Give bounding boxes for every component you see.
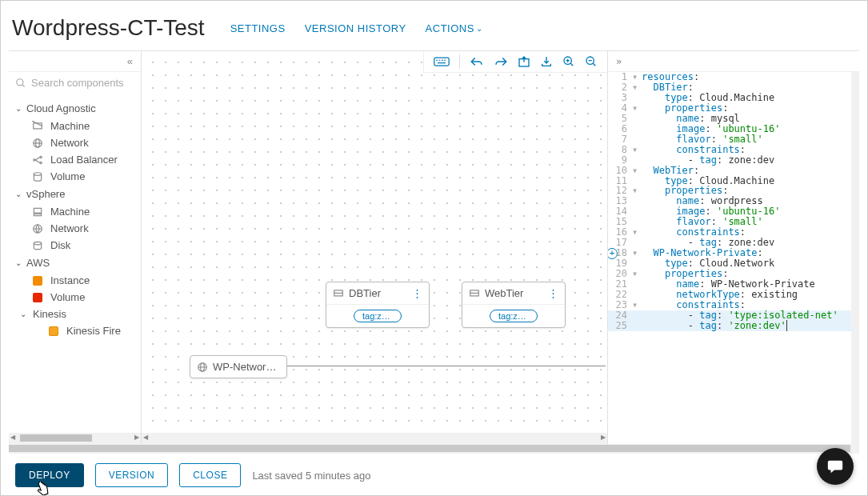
svg-rect-11: [34, 208, 41, 213]
code-line[interactable]: 25 - tag: 'zone:dev': [608, 321, 859, 331]
redo-icon[interactable]: [494, 55, 508, 68]
main-area: « ⌄Cloud AgnosticMachineNetworkLoad Bala…: [9, 50, 859, 444]
actions-menu[interactable]: ACTIONS ⌄: [426, 22, 483, 34]
sidebar-collapse-button[interactable]: «: [9, 51, 141, 72]
tree-item-disk[interactable]: Disk: [9, 237, 141, 254]
tree-item-load-balancer[interactable]: Load Balancer: [9, 151, 141, 168]
machine-icon: [469, 288, 480, 299]
item-label: Volume: [50, 170, 85, 182]
chevron-down-icon: ⌄: [20, 310, 26, 318]
canvas-horizontal-scrollbar[interactable]: [142, 433, 607, 444]
tree-group-aws[interactable]: ⌄AWS: [9, 254, 141, 272]
component-icon: [31, 206, 44, 218]
item-label: Kinesis Fire: [66, 325, 121, 337]
tree-item-volume[interactable]: Volume: [9, 168, 141, 185]
item-label: Instance: [50, 274, 90, 286]
code-line[interactable]: 3 type: Cloud.Machine: [608, 93, 859, 103]
chevron-down-icon: ⌄: [15, 104, 22, 113]
undo-icon[interactable]: [470, 55, 484, 68]
actions-label: ACTIONS: [426, 22, 474, 34]
design-canvas[interactable]: DBTier ⋮ tag:zon... WebTier ⋮ tag:zon...…: [142, 51, 607, 444]
node-menu-icon[interactable]: ⋮: [412, 287, 422, 299]
code-collapse-button[interactable]: »: [608, 51, 859, 72]
component-icon: [31, 138, 44, 149]
svg-rect-12: [34, 214, 41, 215]
code-line[interactable]: 9 - tag: zone:dev: [608, 155, 859, 166]
search-input[interactable]: [31, 77, 134, 89]
code-editor[interactable]: 1▾resources:2▾ DBTier:3 type: Cloud.Mach…: [608, 72, 859, 444]
version-button[interactable]: VERSION: [95, 463, 169, 487]
canvas-toolbar: [423, 51, 607, 73]
tree-subgroup-kinesis[interactable]: ⌄Kinesis: [9, 306, 141, 322]
svg-point-14: [34, 242, 41, 245]
zoom-in-icon[interactable]: [562, 55, 575, 68]
tree-item-instance[interactable]: Instance: [9, 272, 141, 289]
component-icon: [31, 276, 44, 286]
chevron-right-double-icon: »: [616, 56, 622, 67]
code-line[interactable]: 1▾resources:: [608, 72, 859, 82]
network-connection-line: [286, 366, 606, 366]
tree-item-network[interactable]: Network: [9, 220, 141, 237]
node-title: WebTier: [485, 287, 543, 299]
deploy-button[interactable]: DEPLOY: [15, 463, 84, 487]
svg-line-1: [22, 84, 25, 86]
svg-point-8: [40, 156, 42, 158]
tree-item-volume[interactable]: Volume: [9, 289, 141, 306]
last-saved-text: Last saved 5 minutes ago: [252, 470, 370, 482]
tree-item-machine[interactable]: Machine: [9, 118, 141, 134]
export-icon[interactable]: [518, 55, 530, 68]
component-icon: [31, 223, 44, 234]
svg-point-7: [34, 158, 35, 160]
node-title: WP-Network-P...: [213, 361, 280, 373]
version-history-link[interactable]: VERSION HISTORY: [305, 22, 406, 34]
page-title: Wordpress-CT-Test: [12, 15, 205, 41]
node-webtier[interactable]: WebTier ⋮ tag:zon...: [462, 282, 566, 328]
machine-icon: [333, 288, 344, 299]
import-icon[interactable]: [540, 55, 553, 68]
component-icon: [31, 293, 44, 302]
tree-item-kinesis-fire[interactable]: Kinesis Fire: [9, 322, 141, 339]
bottom-horizontal-scrollbar[interactable]: [9, 444, 859, 454]
zoom-out-icon[interactable]: [585, 55, 598, 68]
node-tag: tag:zon...: [490, 310, 538, 322]
chat-widget-button[interactable]: [817, 448, 854, 485]
group-label: Cloud Agnostic: [26, 102, 96, 114]
chevron-down-icon: ⌄: [15, 258, 22, 267]
tree-group-cloud-agnostic[interactable]: ⌄Cloud Agnostic: [9, 99, 141, 118]
chevron-left-double-icon: «: [127, 55, 133, 67]
settings-link[interactable]: SETTINGS: [230, 22, 286, 34]
tree-item-machine[interactable]: Machine: [9, 203, 141, 220]
item-label: Load Balancer: [50, 154, 118, 166]
node-title: DBTier: [349, 287, 407, 299]
code-vertical-scrollbar[interactable]: [851, 72, 859, 444]
item-label: Network: [50, 222, 89, 234]
item-label: Network: [50, 137, 89, 149]
keyboard-icon[interactable]: [434, 55, 450, 68]
sidebar-scroll[interactable]: ⌄Cloud AgnosticMachineNetworkLoad Balanc…: [9, 72, 141, 433]
node-network[interactable]: WP-Network-P...: [190, 355, 287, 378]
component-icon: [31, 171, 44, 182]
code-panel: » 1▾resources:2▾ DBTier:3 type: Cloud.Ma…: [607, 51, 859, 444]
tree-item-network[interactable]: Network: [9, 134, 141, 151]
component-icon: [31, 154, 44, 166]
svg-point-10: [34, 172, 41, 175]
network-icon: [197, 362, 208, 373]
node-menu-icon[interactable]: ⋮: [548, 287, 558, 299]
component-icon: [31, 121, 44, 132]
svg-point-9: [40, 162, 42, 163]
search-row: [9, 72, 141, 94]
search-icon: [15, 78, 26, 89]
svg-rect-15: [434, 58, 449, 66]
tree-group-vsphere[interactable]: ⌄vSphere: [9, 185, 141, 203]
component-sidebar: « ⌄Cloud AgnosticMachineNetworkLoad Bala…: [9, 51, 142, 444]
svg-point-0: [17, 78, 23, 85]
sidebar-horizontal-scrollbar[interactable]: [9, 433, 141, 444]
node-tag: tag:zon...: [354, 310, 402, 322]
item-label: Machine: [50, 206, 90, 218]
footer-bar: DEPLOY VERSION CLOSE Last saved 5 minute…: [1, 454, 867, 496]
svg-line-27: [593, 63, 595, 66]
close-button[interactable]: CLOSE: [179, 463, 241, 487]
component-icon: [31, 240, 44, 251]
node-dbtier[interactable]: DBTier ⋮ tag:zon...: [326, 282, 430, 328]
item-label: Machine: [50, 120, 90, 132]
